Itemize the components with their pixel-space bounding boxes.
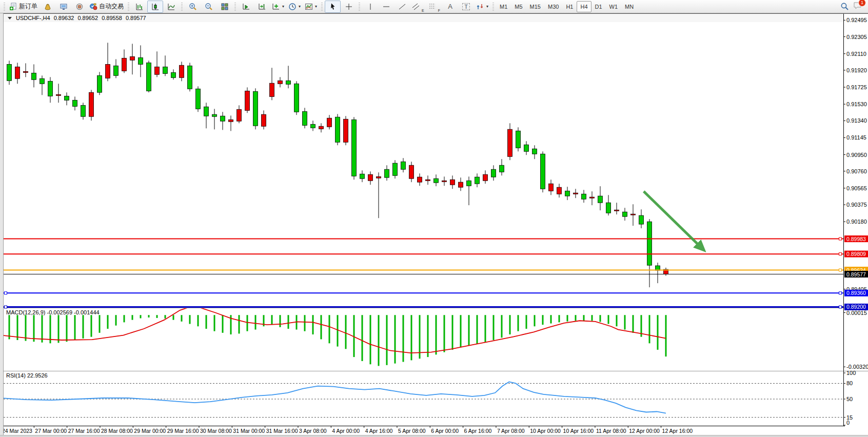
zoom-in-button[interactable] [185,1,201,13]
fibonacci-button[interactable]: F [426,1,442,13]
timeframe-d1-button[interactable]: D1 [591,1,606,12]
line-handle[interactable] [5,292,7,294]
candlestick-chart-icon [151,3,160,11]
text-button[interactable]: A [442,1,458,13]
tile-windows-icon [221,3,229,11]
time-tick-label: 10 Apr 16:00 [563,428,594,434]
toolbar-grip [492,3,494,11]
auto-scroll-icon [242,3,250,11]
line-handle[interactable] [839,237,842,240]
time-tick-label: 31 Mar 16:00 [266,428,298,434]
vertical-line-icon [367,3,374,11]
price-tick-label: 0.90375 [846,202,867,208]
text-label-glyph: T [462,3,470,10]
equidistant-channel-icon [412,3,420,11]
new-order-label: 新订单 [19,2,37,11]
new-order-icon [9,3,17,11]
timeframe-m5-button[interactable]: M5 [511,1,526,12]
timeframe-w1-button[interactable]: W1 [606,1,622,12]
time-tick-label: 4 Apr 00:00 [332,428,360,434]
signals-button[interactable] [71,1,87,13]
periods-button[interactable]: ▾ [286,1,303,13]
line-handle[interactable] [839,269,842,271]
templates-button[interactable]: ▾ [303,1,319,13]
auto-trading-button[interactable]: 自动交易 [87,1,126,13]
timeframe-m30-button[interactable]: M30 [544,1,562,12]
price-tick-label: 0.91340 [846,117,867,124]
tile-windows-button[interactable] [216,1,232,13]
vertical-line-button[interactable] [362,1,378,13]
timeframe-m1-button[interactable]: M1 [496,1,511,12]
navigator-icon [60,3,68,11]
notifications-button[interactable]: 1 [853,2,862,12]
zoom-out-button[interactable] [201,1,216,13]
horizontal-line-button[interactable] [378,1,394,13]
time-tick-label: 30 Mar 08:00 [200,428,232,434]
clock-icon [288,3,297,11]
chart-shift-icon [258,3,266,11]
line-handle[interactable] [5,306,7,308]
symbol-dropdown-icon[interactable] [8,17,12,19]
window-left-border [0,13,4,435]
time-tick-label: 24 Mar 2023 [4,428,32,434]
price-tick-label: 0.91920 [846,67,867,73]
time-tick-label: 11 Apr 08:00 [596,428,626,434]
price-tick-label: 0.92110 [846,51,866,57]
horizontal-line-icon [382,3,390,11]
crosshair-button[interactable] [341,1,357,13]
line-handle[interactable] [839,253,842,255]
timeframe-m15-button[interactable]: M15 [526,1,544,12]
fibonacci-icon [428,3,437,11]
price-line-label-text: 0.89200 [846,304,866,310]
candlestick-chart-button[interactable] [147,1,163,13]
window-bottom-border [0,435,868,437]
notification-badge: 1 [858,0,866,7]
rsi-tick-label: 50 [846,396,853,402]
toolbar-grip [181,3,183,11]
price-tick-label: 0.92495 [846,17,867,23]
zoom-out-icon [205,3,213,11]
search-icon[interactable] [840,2,849,11]
ohlc-close: 0.89577 [126,15,146,21]
time-tick-label: 12 Apr 00:00 [629,428,660,434]
price-line-label-text: 0.89809 [846,251,866,257]
ohlc-open: 0.89632 [54,15,74,21]
rsi-label: RSI(14) 22.9526 [6,372,48,379]
text-label-button[interactable]: T [458,1,474,13]
arrows-icon [476,3,484,11]
market-watch-button[interactable] [40,1,55,13]
line-chart-button[interactable] [163,1,179,13]
equidistant-channel-button[interactable]: E [410,1,426,13]
bar-chart-button[interactable] [131,1,147,13]
navigator-button[interactable] [55,1,71,13]
time-tick-label: 31 Mar 00:00 [233,428,265,434]
line-handle[interactable] [839,306,842,308]
trendline-button[interactable] [394,1,410,13]
bar-chart-icon [135,3,144,11]
chart-shift-button[interactable] [254,1,270,13]
chart-titlebar[interactable]: USDCHF-,H4 0.89632 0.89652 0.89558 0.895… [4,14,843,22]
cursor-button[interactable] [325,1,341,13]
timeframe-mn-button[interactable]: MN [621,1,637,12]
macd-tick-label: 0.00015 [846,310,867,316]
macd-tick-label: -0.003208 [846,364,868,370]
price-tick-label: 0.90760 [846,168,867,174]
time-tick-label: 29 Mar 16:00 [167,428,199,434]
trading-platform-window: 新订单 自动交易 [0,0,868,437]
chart-canvas[interactable]: 0.924950.923050.921100.919200.917250.915… [4,14,868,435]
time-tick-label: 12 Apr 16:00 [662,428,693,434]
timeframe-h1-button[interactable]: H1 [562,1,577,12]
line-handle[interactable] [839,292,842,294]
signals-icon [75,3,84,11]
time-tick-label: 27 Mar 16:00 [68,428,100,434]
symbol-period-label: USDCHF-,H4 [16,15,50,21]
toolbar-grip [321,3,323,11]
time-tick-label: 6 Apr 00:00 [431,428,459,434]
auto-scroll-button[interactable] [238,1,254,13]
timeframe-h4-button[interactable]: H4 [577,1,591,12]
new-order-button[interactable]: 新订单 [7,1,40,13]
time-tick-label: 5 Apr 08:00 [398,428,426,434]
indicators-button[interactable]: ▾ [270,1,286,13]
time-tick-label: 27 Mar 00:00 [35,428,67,434]
arrows-button[interactable]: ▾ [474,1,490,13]
